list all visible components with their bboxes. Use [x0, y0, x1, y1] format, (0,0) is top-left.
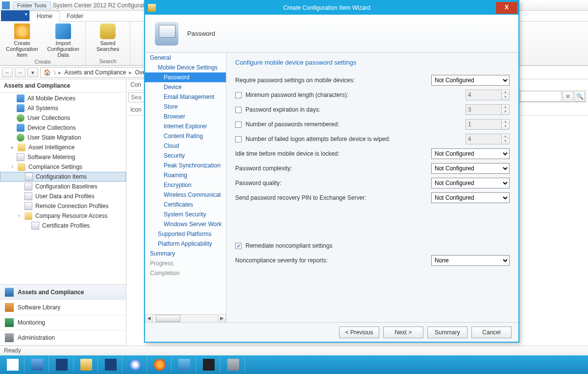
tree-configuration-items[interactable]: Configuration Items — [0, 172, 126, 182]
tree-all-mobile-devices[interactable]: All Mobile Devices — [0, 94, 126, 103]
label-minlen: Minimum password length (characters): — [245, 92, 348, 98]
breadcrumb-root[interactable]: Assets and Compliance — [64, 69, 126, 76]
select-require[interactable]: Not Configured — [431, 75, 510, 86]
clear-search-button[interactable]: ✕ — [563, 91, 573, 102]
tree-all-systems[interactable]: All Systems — [0, 103, 126, 113]
nav-roaming[interactable]: Roaming — [145, 170, 226, 180]
label-expire: Password expiration in days: — [245, 106, 320, 113]
checkbox-remember[interactable] — [235, 121, 242, 128]
checkbox-minlen[interactable] — [235, 92, 242, 98]
scroll-right-icon[interactable]: ► — [218, 315, 226, 322]
nav-device[interactable]: Device — [145, 82, 226, 92]
folder-icon — [18, 143, 25, 151]
label-failed: Number of failed logon attempts before d… — [245, 136, 391, 142]
nav-security[interactable]: Security — [145, 151, 226, 161]
tab-folder[interactable]: Folder — [60, 11, 90, 21]
folder-tools-tab[interactable]: Folder Tools — [13, 1, 51, 9]
task-explorer[interactable] — [74, 356, 98, 373]
tree-company-resource-access[interactable]: ▿Company Resource Access — [0, 211, 126, 221]
nav-certificates[interactable]: Certificates — [145, 200, 226, 210]
nav-mobile-device-settings[interactable]: Mobile Device Settings — [145, 63, 226, 72]
scroll-thumb[interactable] — [156, 315, 180, 322]
task-cmd[interactable] — [197, 356, 220, 373]
tree-device-collections[interactable]: Device Collections — [0, 123, 126, 133]
workspace-software-library[interactable]: Software Library — [0, 300, 126, 315]
tree-software-metering[interactable]: Software Metering — [0, 152, 126, 162]
label-severity: Noncompliance severity for reports: — [235, 257, 431, 264]
previous-button[interactable]: < Previous — [339, 327, 379, 338]
select-complexity[interactable]: Not Configured — [431, 163, 510, 174]
start-button[interactable] — [1, 356, 24, 373]
task-sccm[interactable] — [99, 356, 122, 373]
task-app[interactable] — [172, 356, 196, 373]
row-minlen: Minimum password length (characters): ▲▼ — [235, 90, 510, 100]
wizard-titlebar[interactable]: Create Configuration Item Wizard X — [145, 1, 518, 15]
checkbox-failed[interactable] — [235, 136, 242, 142]
tree-compliance-settings[interactable]: ▿Compliance Settings — [0, 162, 126, 172]
nav-scrollbar[interactable]: ◄ ► — [145, 314, 226, 322]
select-idle[interactable]: Not Configured — [431, 148, 510, 159]
nav-system-security[interactable]: System Security — [145, 210, 226, 219]
breadcrumb-home-icon: 🏠 — [44, 69, 51, 76]
checkbox-expire[interactable] — [235, 107, 242, 113]
select-quality[interactable]: Not Configured — [431, 178, 510, 188]
checkbox-remediate[interactable]: ✔ — [235, 243, 242, 249]
tree-remote-connection-profiles[interactable]: Remote Connection Profiles — [0, 201, 126, 211]
ci-icon — [25, 173, 33, 181]
nav-password[interactable]: Password — [145, 72, 226, 82]
task-powershell[interactable] — [50, 356, 74, 373]
search-button[interactable]: 🔍 — [574, 91, 585, 102]
nav-browser[interactable]: Browser — [145, 112, 226, 121]
nav-summary[interactable]: Summary — [145, 249, 226, 258]
nav-general[interactable]: General — [145, 53, 226, 63]
nav-back-button[interactable]: ← — [2, 68, 13, 77]
saved-searches-button[interactable]: Saved Searches — [91, 23, 125, 52]
nav-header: Assets and Compliance — [0, 79, 126, 93]
close-button[interactable]: X — [496, 2, 517, 14]
nav-platform-applicability[interactable]: Platform Applicability — [145, 239, 226, 249]
row-complexity: Password complexity: Not Configured — [235, 163, 510, 174]
nav-wireless[interactable]: Wireless Communicat — [145, 190, 226, 200]
tree-certificate-profiles[interactable]: Certificate Profiles — [0, 221, 126, 231]
ie-icon — [129, 359, 141, 371]
content-tab[interactable]: Con — [127, 80, 144, 89]
import-cd-button[interactable]: Import Configuration Data — [46, 23, 80, 58]
tree-user-state-migration[interactable]: User State Migration — [0, 133, 126, 142]
task-ie[interactable] — [123, 356, 147, 373]
right-search-input[interactable] — [520, 91, 562, 102]
tab-home[interactable]: Home — [29, 11, 60, 22]
scroll-left-icon[interactable]: ◄ — [145, 315, 153, 322]
workspace-monitoring[interactable]: Monitoring — [0, 315, 126, 330]
nav-ie[interactable]: Internet Explorer — [145, 121, 226, 131]
nav-peak[interactable]: Peak Synchronization — [145, 161, 226, 170]
tree[interactable]: All Mobile Devices All Systems User Coll… — [0, 93, 126, 284]
create-ci-button[interactable]: Create Configuration Item — [5, 23, 39, 58]
cert-icon — [31, 222, 39, 230]
select-severity[interactable]: None — [431, 255, 510, 266]
tree-user-data-profiles[interactable]: User Data and Profiles — [0, 191, 126, 201]
tree-asset-intelligence[interactable]: ▸Asset Intelligence — [0, 142, 126, 152]
tree-configuration-baselines[interactable]: Configuration Baselines — [0, 182, 126, 191]
select-recovery[interactable]: Not Configured — [431, 192, 510, 203]
workspace-assets[interactable]: Assets and Compliance — [0, 285, 126, 300]
nav-encryption[interactable]: Encryption — [145, 180, 226, 190]
nav-cloud[interactable]: Cloud — [145, 141, 226, 151]
nav-forward-button[interactable]: → — [15, 68, 25, 77]
row-remediate: ✔Remediate noncompliant settings — [235, 240, 510, 251]
nav-store[interactable]: Store — [145, 102, 226, 112]
tree-user-collections[interactable]: User Collections — [0, 113, 126, 123]
nav-email[interactable]: Email Management — [145, 92, 226, 102]
file-tab[interactable] — [1, 10, 29, 21]
nav-content-rating[interactable]: Content Rating — [145, 131, 226, 141]
nav-windows-server-work[interactable]: Windows Server Work — [145, 219, 226, 229]
task-firefox[interactable] — [148, 356, 172, 373]
summary-button[interactable]: Summary — [427, 327, 467, 338]
workspace-administration[interactable]: Administration — [0, 330, 126, 346]
devices-icon — [17, 94, 24, 102]
cancel-button[interactable]: Cancel — [471, 327, 512, 338]
task-server-manager[interactable] — [25, 356, 49, 373]
task-server[interactable] — [221, 356, 245, 373]
nav-supported-platforms[interactable]: Supported Platforms — [145, 229, 226, 239]
nav-dropdown-button[interactable]: ▾ — [27, 68, 38, 77]
next-button[interactable]: Next > — [383, 327, 423, 338]
